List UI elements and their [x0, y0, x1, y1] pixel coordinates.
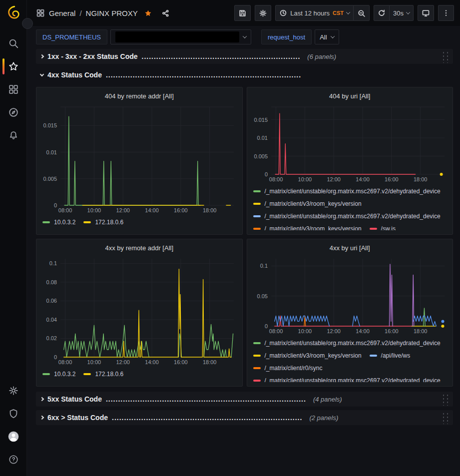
svg-text:10:00: 10:00: [298, 176, 312, 182]
svg-text:0.1: 0.1: [260, 263, 267, 269]
sidebar-item-configuration[interactable]: [2, 380, 24, 402]
timeseries-chart[interactable]: 08:0010:0012:0014:0016:0018:0000.0050.01…: [251, 103, 449, 183]
variable-request-host: request_host All: [261, 29, 339, 44]
refresh-button[interactable]: [374, 5, 390, 21]
panel-grid: 404 by remote addr [All] 08:0010:0012:00…: [36, 87, 453, 387]
chevron-right-icon: [40, 397, 44, 401]
cycle-view-mode-button[interactable]: [418, 5, 434, 21]
legend-item[interactable]: /_matrix/client/unstable/org.matrix.msc2…: [253, 338, 441, 348]
legend-swatch-icon: [253, 342, 261, 344]
legend-item[interactable]: /_matrix/client/v3/room_keys/version: [253, 224, 362, 230]
dashboard-header: General / NGINX PROXY: [27, 0, 460, 26]
legend-item[interactable]: 172.18.0.6: [83, 369, 123, 379]
svg-text:0.05: 0.05: [257, 293, 267, 299]
compass-icon: [8, 107, 19, 118]
gear-icon: [8, 385, 19, 396]
row-title-dots: ........................................…: [106, 395, 306, 403]
panel-title[interactable]: 404 by remote addr [All]: [40, 90, 238, 103]
chevron-down-icon: [243, 34, 247, 38]
variable-value-request-host[interactable]: All: [315, 29, 339, 44]
timeseries-chart[interactable]: 08:0010:0012:0014:0016:0018:0000.020.040…: [40, 255, 238, 366]
legend-item[interactable]: /_matrix/client/unstable/org.matrix.msc2…: [253, 186, 441, 196]
svg-text:08:00: 08:00: [58, 207, 72, 213]
sidebar-item-server-admin[interactable]: [2, 403, 24, 425]
svg-text:08:00: 08:00: [269, 328, 283, 334]
svg-text:10:00: 10:00: [298, 328, 312, 334]
grafana-logo[interactable]: [5, 4, 22, 21]
row-title-wrap: 1xx - 3xx - 2xx Status Code ............…: [47, 52, 437, 60]
timeseries-chart[interactable]: 08:0010:0012:0014:0016:0018:0000.0050.01…: [40, 103, 238, 214]
svg-text:0: 0: [54, 354, 57, 360]
legend-label: 172.18.0.6: [95, 219, 123, 226]
legend-swatch-icon: [370, 355, 377, 357]
legend-item[interactable]: /_matrix/client/unstable/org.matrix.msc2…: [253, 211, 441, 221]
zoom-out-button[interactable]: [354, 5, 370, 21]
refresh-interval-picker[interactable]: 30s: [390, 5, 414, 21]
sidebar-item-dashboards[interactable]: [2, 78, 24, 100]
sidebar-item-starred[interactable]: [2, 55, 24, 77]
sidebar-item-alerting[interactable]: [2, 124, 24, 146]
row-drag-handle[interactable]: [441, 411, 449, 424]
row-header-4xx[interactable]: 4xx Status Code ........................…: [36, 67, 453, 82]
legend-item[interactable]: /_matrix/client/v3/room_keys/version: [253, 199, 362, 209]
sidebar-item-profile[interactable]: [2, 426, 24, 448]
page-title[interactable]: NGINX PROXY: [86, 9, 138, 17]
row-drag-handle[interactable]: [441, 393, 449, 406]
svg-text:10:00: 10:00: [87, 207, 101, 213]
search-icon: [8, 38, 19, 49]
svg-text:0: 0: [264, 171, 267, 177]
row-header-1xx-3xx-2xx[interactable]: 1xx - 3xx - 2xx Status Code ............…: [36, 49, 453, 64]
svg-text:08:00: 08:00: [269, 176, 283, 182]
gear-icon: [259, 9, 267, 17]
monitor-icon: [422, 9, 430, 17]
share-icon[interactable]: [161, 9, 170, 17]
legend-swatch-icon: [83, 221, 91, 223]
breadcrumb-folder[interactable]: General: [49, 9, 75, 17]
row-header-5xx[interactable]: 5xx Status Code ........................…: [36, 392, 453, 407]
legend-item[interactable]: /_matrix/client/v3/room_keys/version: [253, 351, 362, 361]
svg-text:16:00: 16:00: [385, 176, 399, 182]
chevron-down-icon: [346, 10, 350, 14]
legend-label: /api/live/ws: [381, 352, 411, 359]
panel-4xx-by-remote-addr: 4xx by remote addr [All] 08:0010:0012:00…: [36, 239, 243, 387]
panel-title[interactable]: 404 by uri [All]: [251, 90, 449, 103]
save-dashboard-button[interactable]: [234, 5, 251, 21]
panel-title[interactable]: 4xx by remote addr [All]: [40, 242, 238, 255]
svg-text:18:00: 18:00: [203, 207, 217, 213]
svg-text:14:00: 14:00: [356, 328, 370, 334]
legend-item[interactable]: /_matrix/client/r0/sync: [253, 363, 323, 373]
dashboard-settings-button[interactable]: [255, 5, 271, 21]
sidebar-item-explore[interactable]: [2, 101, 24, 123]
panel-4xx-by-uri: 4xx by uri [All] 08:0010:0012:0014:0016:…: [247, 239, 454, 387]
panel-title[interactable]: 4xx by uri [All]: [251, 242, 449, 255]
legend-item[interactable]: /_matrix/client/unstable/org.matrix.msc2…: [253, 376, 441, 382]
variable-value-ds-prometheus[interactable]: [110, 29, 251, 44]
legend-item[interactable]: /api/live/ws: [370, 351, 411, 361]
more-options-button[interactable]: [438, 5, 454, 21]
legend-swatch-icon: [253, 215, 261, 217]
row-drag-handle[interactable]: [441, 50, 449, 63]
dashboard-icon: [36, 8, 45, 17]
sidebar-collapse-button[interactable]: [22, 18, 33, 29]
panel-404-by-uri: 404 by uri [All] 08:0010:0012:0014:0016:…: [247, 87, 454, 235]
sidebar-item-search[interactable]: [2, 32, 24, 54]
favorite-star-icon[interactable]: [144, 9, 152, 17]
svg-text:14:00: 14:00: [356, 176, 370, 182]
svg-text:12:00: 12:00: [327, 328, 341, 334]
svg-text:18:00: 18:00: [203, 359, 217, 365]
row-title-wrap: 4xx Status Code ........................…: [47, 71, 449, 79]
chevron-right-icon: [40, 54, 44, 58]
legend-item[interactable]: 172.18.0.6: [83, 217, 123, 227]
legend-item[interactable]: 10.0.3.2: [42, 217, 75, 227]
time-range-picker[interactable]: Last 12 hours CST: [275, 5, 354, 21]
sidebar-item-help[interactable]: [2, 449, 24, 471]
legend-item[interactable]: /sw.js: [370, 224, 396, 230]
row-header-6xx[interactable]: 6xx > Status Code ......................…: [36, 410, 453, 425]
timeseries-chart[interactable]: 08:0010:0012:0014:0016:0018:0000.050.1: [251, 255, 449, 335]
legend-label: /_matrix/client/v3/room_keys/version: [265, 200, 362, 207]
chevron-down-icon: [406, 10, 410, 14]
legend-swatch-icon: [253, 190, 261, 192]
legend-item[interactable]: 10.0.3.2: [42, 369, 75, 379]
main-area: General / NGINX PROXY: [27, 0, 460, 476]
legend-swatch-icon: [253, 203, 261, 205]
